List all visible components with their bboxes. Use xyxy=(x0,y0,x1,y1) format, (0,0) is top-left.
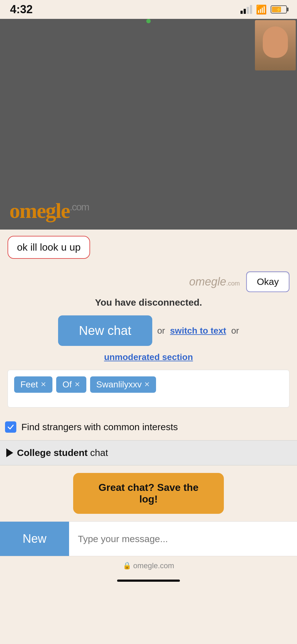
interest-tag-of[interactable]: Of ✕ xyxy=(56,376,86,393)
or-text-2: or xyxy=(231,326,239,336)
wifi-icon: 📶 xyxy=(256,4,267,15)
interest-tag-swanlilyxxv[interactable]: Swanlilyxxv ✕ xyxy=(90,376,156,393)
new-bottom-button[interactable]: New xyxy=(0,522,69,556)
okay-button[interactable]: Okay xyxy=(246,271,289,292)
omegle-logo-main-small: omegle xyxy=(189,275,226,288)
find-strangers-label: Find strangers with common interests xyxy=(21,422,178,432)
signal-bars-icon xyxy=(240,5,252,14)
status-bar: 4:32 📶 ⚡ xyxy=(0,0,297,19)
find-strangers-row: Find strangers with common interests xyxy=(0,414,297,440)
omegle-logo-small: omegle.com xyxy=(189,275,240,288)
checkmark-icon xyxy=(7,424,14,430)
action-row: New chat or switch to text or xyxy=(58,315,239,346)
battery-icon: ⚡ xyxy=(271,5,287,14)
interest-tag-feet[interactable]: Feet ✕ xyxy=(14,376,52,393)
home-bar xyxy=(117,580,180,582)
interests-area[interactable]: Feet ✕ Of ✕ Swanlilyxxv ✕ xyxy=(8,370,289,408)
save-log-section: Great chat? Save the log! xyxy=(0,465,297,521)
chat-bubble-container: ok ill look u up xyxy=(0,230,297,265)
find-strangers-checkbox[interactable] xyxy=(5,421,16,433)
interest-tag-feet-label: Feet xyxy=(20,380,38,390)
chat-bubble: ok ill look u up xyxy=(8,236,90,259)
bottom-bar: New xyxy=(0,521,297,556)
browser-bar: 🔒 omegle.com xyxy=(0,556,297,575)
college-chat-bold: College student xyxy=(17,447,88,458)
status-icons: 📶 ⚡ xyxy=(240,4,287,15)
save-log-button[interactable]: Great chat? Save the log! xyxy=(73,473,224,514)
omegle-logo-video-overlay: omegle.com xyxy=(9,198,89,223)
college-chat-rest: chat xyxy=(88,447,108,458)
interest-tag-swanlilyxxv-label: Swanlilyxxv xyxy=(96,380,142,390)
switch-to-text-link[interactable]: switch to text xyxy=(170,326,226,336)
browser-bar-text: 🔒 omegle.com xyxy=(0,561,297,570)
disconnect-section: omegle.com Okay You have disconnected. N… xyxy=(0,265,297,414)
college-chat-row[interactable]: College student chat xyxy=(0,440,297,465)
disconnect-header: omegle.com Okay xyxy=(8,271,289,292)
online-indicator xyxy=(146,19,151,23)
omegle-logo-com: .com xyxy=(70,201,89,213)
interest-tag-of-remove[interactable]: ✕ xyxy=(74,380,80,389)
omegle-dot-com-small: .com xyxy=(226,280,240,287)
browser-url: omegle.com xyxy=(133,561,174,570)
interest-tags: Feet ✕ Of ✕ Swanlilyxxv ✕ xyxy=(14,376,283,393)
interest-tag-feet-remove[interactable]: ✕ xyxy=(40,380,46,389)
new-chat-button[interactable]: New chat xyxy=(58,315,152,346)
self-video xyxy=(255,20,296,70)
expand-triangle-icon xyxy=(6,448,13,457)
message-input[interactable] xyxy=(69,522,297,556)
college-chat-label: College student chat xyxy=(17,447,108,458)
lock-icon: 🔒 xyxy=(123,562,131,570)
interest-tag-swanlilyxxv-remove[interactable]: ✕ xyxy=(144,380,150,389)
face-shape xyxy=(263,26,288,58)
or-text-1: or xyxy=(157,326,165,336)
interest-tag-of-label: Of xyxy=(62,380,72,390)
home-indicator xyxy=(0,575,297,588)
status-time: 4:32 xyxy=(10,3,33,16)
disconnected-text: You have disconnected. xyxy=(95,297,202,308)
self-video-face xyxy=(255,20,296,70)
unmoderated-section-link[interactable]: unmoderated section xyxy=(104,352,193,362)
omegle-logo-text: omegle.com xyxy=(9,199,89,223)
video-area: omegle.com xyxy=(0,19,297,233)
